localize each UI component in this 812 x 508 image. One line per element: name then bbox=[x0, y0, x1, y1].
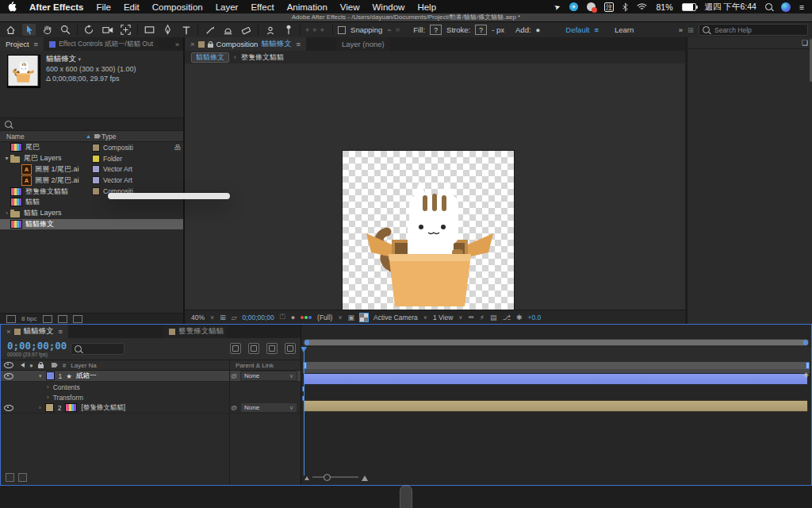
menu-composition[interactable]: Composition bbox=[152, 2, 203, 12]
roto-brush-tool[interactable] bbox=[263, 24, 277, 36]
pen-tool[interactable] bbox=[161, 24, 174, 36]
parent-dropdown[interactable]: None ∨ bbox=[240, 371, 297, 381]
type-tool[interactable] bbox=[179, 24, 193, 36]
timeline-zoom-control[interactable] bbox=[304, 472, 368, 481]
label-column-icon[interactable] bbox=[94, 134, 101, 139]
new-composition-icon[interactable] bbox=[58, 315, 67, 323]
pickwhip-icon[interactable]: @ bbox=[231, 372, 237, 379]
zoom-in-icon[interactable] bbox=[362, 472, 368, 481]
work-area-bar[interactable] bbox=[303, 362, 810, 369]
expand-modes-icon[interactable] bbox=[18, 473, 27, 482]
region-of-interest-icon[interactable]: ▣ bbox=[348, 314, 355, 321]
type-swatch[interactable] bbox=[92, 165, 100, 173]
composition-canvas[interactable] bbox=[343, 151, 514, 326]
frame-blending-icon[interactable] bbox=[266, 343, 278, 354]
type-swatch[interactable] bbox=[92, 176, 100, 184]
shape-tool[interactable] bbox=[143, 24, 156, 36]
pixel-aspect-icon[interactable]: ⏛ bbox=[468, 313, 473, 321]
pan-behind-tool[interactable] bbox=[119, 24, 132, 36]
project-item-name[interactable]: 貓貓條文 bbox=[46, 54, 76, 63]
current-timecode[interactable]: 0;00;00;00 bbox=[7, 340, 67, 352]
control-center-icon[interactable]: ≡ bbox=[799, 2, 804, 12]
puppet-pin-tool[interactable] bbox=[282, 24, 295, 36]
audio-column-icon[interactable] bbox=[18, 363, 25, 368]
stroke-width[interactable]: - px bbox=[492, 25, 504, 34]
zoom-out-icon[interactable] bbox=[304, 474, 309, 480]
menu-effect[interactable]: Effect bbox=[251, 2, 274, 12]
tab-overflow-icon[interactable]: » bbox=[175, 37, 183, 51]
playhead[interactable] bbox=[304, 347, 304, 475]
home-tool[interactable] bbox=[4, 24, 17, 36]
breadcrumb-current[interactable]: 貓貓條文 bbox=[191, 52, 229, 63]
location-icon[interactable]: ➤ bbox=[553, 2, 562, 12]
eye-icon[interactable] bbox=[4, 373, 13, 379]
search-help-box[interactable] bbox=[699, 24, 808, 36]
layer-color-chip[interactable] bbox=[46, 371, 55, 380]
zoom-slider-thumb[interactable] bbox=[324, 474, 331, 481]
project-row[interactable]: 貓貓條文 bbox=[0, 219, 183, 230]
solo-column-icon[interactable]: ● bbox=[29, 362, 33, 369]
project-row[interactable]: A圖層 2/尾巴.aiVector Art bbox=[0, 175, 183, 186]
breadcrumb-parent[interactable]: 整隻條文貓貓 bbox=[241, 52, 284, 63]
delete-icon[interactable] bbox=[73, 315, 82, 323]
fill-swatch[interactable]: ? bbox=[430, 25, 442, 35]
learn-workspace[interactable]: Learn bbox=[615, 25, 634, 34]
workspace-bar-icon[interactable]: ⊞ bbox=[688, 25, 694, 34]
snapping-checkbox[interactable] bbox=[338, 26, 346, 34]
project-search-input[interactable] bbox=[15, 120, 178, 129]
exposure-value[interactable]: +0.0 bbox=[527, 314, 541, 321]
layer-row-1[interactable]: ▾ 1 ★ 紙箱一 @ None ∨ bbox=[1, 371, 301, 382]
expand-layers-icon[interactable] bbox=[6, 473, 14, 482]
project-list-header[interactable]: Name ▲ Type bbox=[0, 131, 183, 142]
project-row[interactable]: ›貓貓 Layers bbox=[0, 208, 183, 219]
project-bit-depth[interactable]: 8 bpc bbox=[21, 315, 37, 322]
show-snapshot-icon[interactable]: ● bbox=[291, 314, 295, 321]
camera-view-value[interactable]: Active Camera bbox=[373, 314, 418, 321]
transparency-grid-icon[interactable] bbox=[360, 314, 368, 321]
type-swatch[interactable] bbox=[92, 155, 100, 163]
hand-tool[interactable] bbox=[40, 24, 54, 36]
draft3d-icon[interactable] bbox=[248, 343, 259, 354]
menu-after-effects[interactable]: After Effects bbox=[29, 2, 83, 12]
project-search[interactable] bbox=[0, 118, 183, 131]
layer-name[interactable]: [整隻條文貓貓] bbox=[81, 403, 125, 413]
tab-effect-controls[interactable]: Effect Controls 紙箱一/貓貓 Out bbox=[44, 37, 159, 51]
selection-tool[interactable] bbox=[22, 24, 36, 36]
clock[interactable]: 週四 下午6:44 bbox=[705, 2, 756, 13]
brush-tool[interactable] bbox=[203, 24, 216, 36]
project-item-thumbnail[interactable] bbox=[7, 55, 40, 88]
panel-menu-icon[interactable]: ≡ bbox=[59, 327, 63, 336]
menu-window[interactable]: Window bbox=[373, 2, 405, 12]
view-layout-value[interactable]: 1 View bbox=[433, 314, 453, 321]
rotation-tool[interactable] bbox=[82, 24, 96, 36]
number-column[interactable]: # bbox=[63, 362, 66, 369]
zoom-tool[interactable] bbox=[59, 24, 72, 36]
channel-icon[interactable] bbox=[301, 316, 312, 319]
layer-2-duration-bar[interactable] bbox=[303, 400, 808, 412]
zoom-slider[interactable] bbox=[312, 476, 358, 478]
column-name[interactable]: Name bbox=[6, 133, 25, 140]
close-icon[interactable]: × bbox=[190, 40, 195, 48]
workspace-overflow[interactable]: » bbox=[679, 25, 683, 34]
panel-menu-icon[interactable]: ≡ bbox=[34, 40, 39, 48]
tab-layer[interactable]: Layer (none) bbox=[336, 37, 390, 51]
project-row[interactable]: 尾巴Compositi品 bbox=[0, 142, 183, 153]
sort-arrow-icon[interactable]: ▲ bbox=[86, 133, 91, 139]
input-method-icon[interactable]: 注 bbox=[604, 2, 615, 12]
parent-link-column[interactable]: Parent & Link bbox=[236, 362, 274, 369]
siri-icon[interactable] bbox=[781, 2, 791, 12]
workspace-selector[interactable]: Default bbox=[565, 25, 589, 34]
grid-guides-icon[interactable]: ⊞ bbox=[220, 314, 226, 321]
flowchart-icon[interactable]: ⎇ bbox=[503, 314, 511, 321]
parent-dropdown[interactable]: None ∨ bbox=[240, 402, 297, 413]
menu-edit[interactable]: Edit bbox=[124, 2, 140, 12]
wifi-icon[interactable] bbox=[637, 3, 647, 10]
type-swatch[interactable] bbox=[92, 144, 100, 152]
chevron-down-icon[interactable]: ▾ bbox=[3, 155, 10, 162]
add-button[interactable]: ● bbox=[536, 25, 541, 34]
close-icon[interactable]: × bbox=[6, 327, 11, 336]
new-folder-icon[interactable] bbox=[43, 315, 52, 323]
composition-mini-flowchart-icon[interactable] bbox=[230, 343, 241, 354]
fast-previews-icon[interactable]: ⚡ bbox=[480, 314, 485, 321]
label-column-icon[interactable] bbox=[52, 363, 58, 368]
